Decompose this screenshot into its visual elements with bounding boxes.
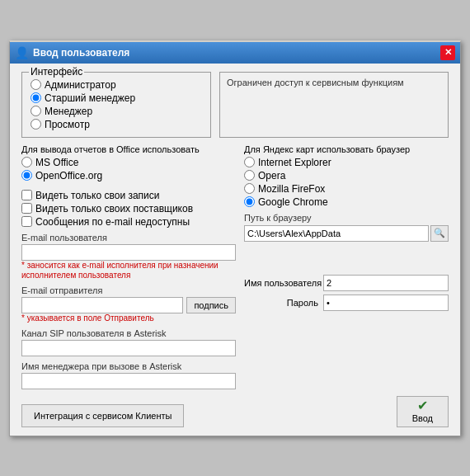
radio-manager-label: Менеджер: [45, 106, 92, 117]
submit-button[interactable]: ✔ Ввод: [397, 396, 449, 427]
checkbox-own-suppliers-input[interactable]: [21, 203, 32, 214]
radio-ie-input[interactable]: [244, 157, 255, 167]
checkmark-icon: ✔: [417, 399, 428, 412]
interface-legend: Интерфейс: [29, 66, 84, 78]
sip-input[interactable]: [21, 340, 236, 356]
right-column: Для Яндекс карт использовать браузер Int…: [244, 144, 449, 389]
close-button[interactable]: ✕: [440, 45, 455, 60]
checkbox-own-suppliers: Видеть только своих поставщиков: [21, 203, 236, 214]
radio-openoffice: OpenOffice.org: [21, 170, 211, 181]
browser-path-row: 🔍: [244, 225, 449, 242]
bottom-row: Интеграция с сервисом Клиенты ✔ Ввод: [21, 396, 449, 427]
radio-admin: Администратор: [31, 79, 202, 91]
checkbox-own-records-input[interactable]: [21, 190, 32, 200]
email-sender-input[interactable]: [21, 297, 183, 313]
checkboxes-group: Видеть только свои записи Видеть только …: [21, 190, 236, 228]
office-group: Для вывода отчетов в Office использовать…: [21, 144, 211, 181]
radio-view-label: Просмотр: [45, 119, 90, 130]
user-fields: Имя пользователя Пароль: [244, 275, 449, 311]
submit-label: Ввод: [412, 413, 433, 423]
username-input[interactable]: [323, 275, 449, 291]
browser-path-input[interactable]: [244, 225, 429, 242]
email-sender-label: E-mail отправителя: [21, 285, 236, 295]
radio-chrome: Google Chrome: [244, 196, 449, 208]
integrate-button[interactable]: Интеграция с сервисом Клиенты: [21, 404, 184, 427]
sip-label: Канал SIP пользователя в Asterisk: [21, 328, 236, 338]
radio-firefox: Mozilla FireFox: [244, 183, 449, 195]
radio-manager-input[interactable]: [31, 106, 41, 116]
browse-button[interactable]: 🔍: [430, 225, 449, 242]
window-icon: 👤: [15, 46, 28, 59]
username-row: Имя пользователя: [244, 275, 449, 291]
radio-senior-label: Старший менеджер: [45, 92, 135, 104]
radio-chrome-input[interactable]: [244, 196, 255, 207]
email-user-input[interactable]: [21, 244, 236, 261]
radio-manager: Менеджер: [31, 106, 202, 117]
left-column: Для вывода отчетов в Office использовать…: [21, 144, 236, 389]
radio-view-input[interactable]: [31, 119, 41, 130]
email-user-hint: * заносится как e-mail исполнителя при н…: [21, 261, 236, 280]
email-sender-hint: * указывается в поле Отправитель: [21, 313, 236, 323]
checkbox-own-records: Видеть только свои записи: [21, 190, 236, 201]
email-user-label: E-mail пользователя: [21, 233, 236, 243]
radio-ie: Internet Explorer: [244, 157, 449, 168]
manager-name-input[interactable]: [21, 373, 236, 389]
checkbox-email-unavailable: Сообщения по e-mail недоступны: [21, 216, 236, 228]
title-bar: 👤 Ввод пользователя ✕: [10, 42, 460, 64]
radio-opera: Opera: [244, 170, 449, 181]
radio-view: Просмотр: [31, 119, 202, 130]
radio-firefox-input[interactable]: [244, 183, 255, 194]
username-row-wrapper: Имя пользователя Пароль: [244, 275, 449, 311]
window-title: Ввод пользователя: [33, 47, 129, 59]
password-row: Пароль: [244, 295, 449, 311]
access-info-box: Ограничен доступ к сервисным функциям: [219, 72, 449, 138]
radio-senior: Старший менеджер: [31, 92, 202, 104]
radio-openoffice-input[interactable]: [21, 170, 32, 181]
checkbox-own-records-label: Видеть только свои записи: [35, 190, 160, 201]
radio-senior-input[interactable]: [31, 92, 41, 103]
radio-opera-input[interactable]: [244, 170, 255, 181]
radio-msoffice: MS Office: [21, 157, 211, 168]
radio-msoffice-label: MS Office: [35, 157, 78, 168]
access-info-text: Ограничен доступ к сервисным функциям: [227, 78, 404, 87]
interface-group: Интерфейс Администратор Старший менеджер…: [21, 72, 211, 138]
top-section: Интерфейс Администратор Старший менеджер…: [21, 72, 449, 138]
podpis-button[interactable]: подпись: [186, 297, 236, 313]
radio-opera-label: Opera: [258, 170, 285, 181]
office-label: Для вывода отчетов в Office использовать: [21, 144, 211, 154]
browse-icon: 🔍: [434, 228, 445, 238]
radio-firefox-label: Mozilla FireFox: [258, 183, 325, 195]
middle-section: Для вывода отчетов в Office использовать…: [21, 144, 449, 389]
checkbox-own-suppliers-label: Видеть только своих поставщиков: [35, 203, 193, 214]
title-bar-left: 👤 Ввод пользователя: [15, 46, 129, 59]
radio-admin-input[interactable]: [31, 79, 41, 90]
checkbox-email-unavailable-label: Сообщения по e-mail недоступны: [35, 216, 190, 228]
username-label: Имя пользователя: [244, 278, 318, 288]
email-sender-row: подпись: [21, 297, 236, 313]
radio-openoffice-label: OpenOffice.org: [35, 170, 102, 181]
password-input[interactable]: [323, 295, 449, 311]
radio-chrome-label: Google Chrome: [258, 196, 328, 208]
radio-admin-label: Администратор: [45, 79, 116, 91]
manager-name-label: Имя менеджера при вызове в Asterisk: [21, 361, 236, 371]
browser-label: Для Яндекс карт использовать браузер: [244, 144, 449, 154]
password-label: Пароль: [244, 298, 318, 308]
radio-ie-label: Internet Explorer: [258, 157, 331, 168]
browser-path-label: Путь к браузеру: [244, 213, 449, 223]
browser-group: Для Яндекс карт использовать браузер Int…: [244, 144, 449, 208]
content-area: Интерфейс Администратор Старший менеджер…: [10, 64, 460, 436]
main-window: 👤 Ввод пользователя ✕ Интерфейс Админист…: [9, 40, 461, 436]
checkbox-email-unavailable-input[interactable]: [21, 216, 32, 227]
radio-msoffice-input[interactable]: [21, 157, 32, 167]
